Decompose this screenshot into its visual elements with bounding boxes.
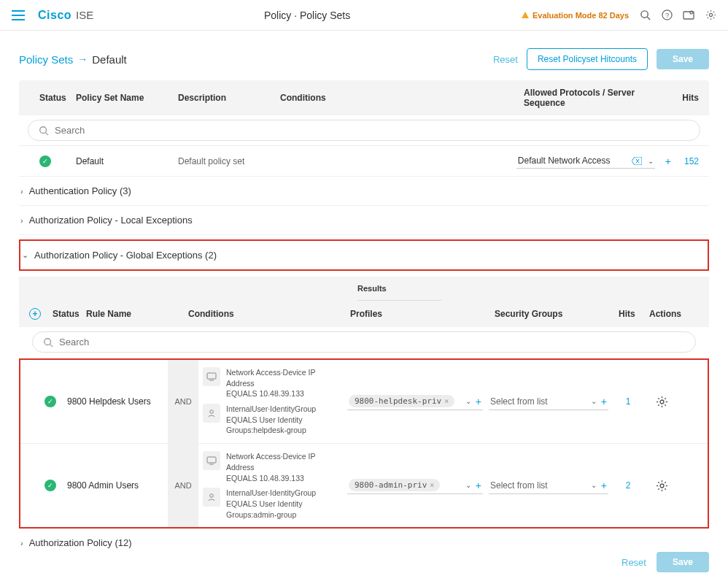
section-global-exceptions[interactable]: ⌄ Authorization Policy - Global Exceptio… bbox=[20, 241, 708, 269]
reset-link[interactable]: Reset bbox=[493, 54, 518, 65]
svg-point-18 bbox=[660, 484, 664, 488]
security-group-select[interactable]: Select from list ⌄ + bbox=[489, 477, 608, 494]
condition-item[interactable]: InternalUser·IdentityGroupEQUALS User Id… bbox=[203, 488, 340, 520]
breadcrumb-actions: Reset Reset Policyset Hitcounts Save bbox=[493, 48, 709, 70]
clear-icon[interactable] bbox=[632, 157, 642, 165]
policyset-description: Default policy set bbox=[178, 156, 280, 166]
search-input-wrapper[interactable] bbox=[32, 331, 696, 353]
rule-hits[interactable]: 1 bbox=[626, 396, 631, 407]
add-rule-button[interactable]: + bbox=[29, 308, 41, 320]
svg-point-0 bbox=[640, 11, 647, 18]
add-security-group-icon[interactable]: + bbox=[601, 396, 607, 407]
chevron-right-icon: › bbox=[20, 539, 23, 548]
footer-save-button[interactable]: Save bbox=[657, 552, 709, 572]
hamburger-menu-icon[interactable] bbox=[12, 10, 25, 20]
policyset-hits[interactable]: 152 bbox=[677, 156, 699, 166]
footer-reset-link[interactable]: Reset bbox=[621, 557, 646, 568]
results-label: Results bbox=[29, 277, 699, 297]
chevron-right-icon: › bbox=[20, 216, 23, 225]
svg-point-7 bbox=[40, 126, 47, 133]
profile-select[interactable]: 9800-helpdesk-priv× ⌄ + bbox=[347, 393, 483, 410]
svg-point-6 bbox=[709, 13, 712, 16]
rule-hits[interactable]: 2 bbox=[626, 480, 631, 491]
brand-cisco: Cisco bbox=[38, 9, 71, 22]
section-label: Authorization Policy - Global Exceptions… bbox=[34, 250, 217, 261]
section-local-exceptions[interactable]: › Authorization Policy - Local Exception… bbox=[19, 206, 709, 235]
header-conditions: Conditions bbox=[188, 309, 350, 319]
rule-row[interactable]: 9800 Helpdesk Users AND Network Access·D… bbox=[20, 360, 708, 444]
policyset-default-row[interactable]: Default Default policy set Default Netwo… bbox=[19, 145, 709, 177]
profile-select[interactable]: 9800-admin-priv× ⌄ + bbox=[347, 477, 483, 494]
svg-rect-4 bbox=[684, 12, 694, 19]
device-icon bbox=[203, 451, 220, 470]
condition-item[interactable]: Network Access·Device IP AddressEQUALS 1… bbox=[203, 367, 340, 399]
allowed-protocols-value: Default Network Access bbox=[518, 155, 626, 166]
condition-attr: InternalUser·IdentityGroup bbox=[226, 404, 316, 413]
add-profile-icon[interactable]: + bbox=[476, 480, 481, 491]
notification-icon[interactable] bbox=[683, 9, 694, 21]
rule-conditions: Network Access·Device IP AddressEQUALS 1… bbox=[198, 444, 344, 527]
section-label: Authentication Policy (3) bbox=[29, 185, 131, 196]
policyset-name: Default bbox=[76, 156, 178, 166]
rule-conditions: Network Access·Device IP AddressEQUALS 1… bbox=[198, 360, 344, 443]
add-allowed-button[interactable]: + bbox=[665, 155, 671, 167]
condition-value: EQUALS User Identity Groups:admin-group bbox=[226, 499, 302, 519]
brand-ise: ISE bbox=[76, 9, 93, 21]
search-icon bbox=[39, 126, 49, 136]
header-security-groups: Security Groups bbox=[495, 309, 619, 319]
rule-actions-gear-icon[interactable] bbox=[656, 396, 668, 408]
section-label: Authorization Policy (12) bbox=[29, 537, 132, 548]
results-separator bbox=[357, 300, 442, 301]
policyset-header: Status Policy Set Name Description Condi… bbox=[19, 80, 709, 115]
and-operator: AND bbox=[168, 444, 198, 527]
section-authorization-policy[interactable]: › Authorization Policy (12) bbox=[19, 529, 709, 557]
condition-value: EQUALS 10.48.39.133 bbox=[226, 389, 304, 398]
chevron-down-icon[interactable]: ⌄ bbox=[465, 481, 471, 489]
add-security-group-icon[interactable]: + bbox=[601, 480, 607, 491]
remove-chip-icon[interactable]: × bbox=[444, 397, 449, 405]
chevron-down-icon[interactable]: ⌄ bbox=[591, 481, 597, 489]
evaluation-badge[interactable]: Evaluation Mode 82 Days bbox=[521, 11, 629, 20]
chevron-right-icon: › bbox=[20, 187, 23, 196]
security-group-placeholder: Select from list bbox=[490, 480, 586, 491]
breadcrumb-arrow-icon: → bbox=[77, 53, 88, 65]
profile-chip[interactable]: 9800-admin-priv× bbox=[349, 479, 440, 491]
chevron-down-icon[interactable]: ⌄ bbox=[591, 397, 597, 405]
header-psname: Policy Set Name bbox=[76, 93, 178, 103]
condition-item[interactable]: InternalUser·IdentityGroupEQUALS User Id… bbox=[203, 404, 340, 436]
header-conditions: Conditions bbox=[280, 93, 524, 103]
chevron-down-icon[interactable]: ⌄ bbox=[648, 157, 654, 165]
rule-name: 9800 Helpdesk Users bbox=[67, 360, 168, 443]
search-icon[interactable] bbox=[639, 9, 651, 21]
settings-icon[interactable] bbox=[705, 9, 716, 21]
allowed-protocols-select[interactable]: Default Network Access ⌄ bbox=[516, 153, 655, 169]
condition-value: EQUALS User Identity Groups:helpdesk-gro… bbox=[226, 415, 306, 435]
reset-hitcounts-button[interactable]: Reset Policyset Hitcounts bbox=[527, 48, 648, 70]
search-input[interactable] bbox=[59, 337, 685, 347]
status-enabled-icon bbox=[44, 480, 56, 491]
save-button[interactable]: Save bbox=[657, 49, 709, 69]
rule-row[interactable]: 9800 Admin Users AND Network Access·Devi… bbox=[20, 444, 708, 527]
search-input-wrapper[interactable] bbox=[28, 120, 700, 141]
help-icon[interactable]: ? bbox=[661, 9, 673, 21]
chevron-down-icon[interactable]: ⌄ bbox=[465, 397, 471, 405]
breadcrumb: Policy Sets → Default bbox=[19, 53, 127, 66]
section-authentication-policy[interactable]: › Authentication Policy (3) bbox=[19, 177, 709, 206]
remove-chip-icon[interactable]: × bbox=[430, 481, 434, 489]
topbar: Cisco ISE Policy · Policy Sets Evaluatio… bbox=[0, 0, 728, 31]
profile-chip[interactable]: 9800-helpdesk-priv× bbox=[349, 395, 454, 407]
rules-header: Results + Status Rule Name Conditions Pr… bbox=[19, 277, 709, 327]
rule-actions-gear-icon[interactable] bbox=[656, 480, 668, 492]
user-icon bbox=[203, 404, 220, 423]
svg-text:?: ? bbox=[665, 12, 668, 19]
svg-line-10 bbox=[50, 344, 53, 347]
search-input[interactable] bbox=[55, 125, 689, 136]
breadcrumb-policy-sets[interactable]: Policy Sets bbox=[19, 53, 73, 66]
add-profile-icon[interactable]: + bbox=[476, 396, 481, 407]
content: Policy Sets → Default Reset Reset Policy… bbox=[0, 31, 728, 572]
condition-attr: Network Access·Device IP Address bbox=[226, 452, 315, 472]
highlighted-rules: 9800 Helpdesk Users AND Network Access·D… bbox=[19, 358, 709, 529]
condition-item[interactable]: Network Access·Device IP AddressEQUALS 1… bbox=[203, 451, 340, 483]
condition-value: EQUALS 10.48.39.133 bbox=[226, 474, 304, 483]
security-group-select[interactable]: Select from list ⌄ + bbox=[489, 393, 608, 410]
